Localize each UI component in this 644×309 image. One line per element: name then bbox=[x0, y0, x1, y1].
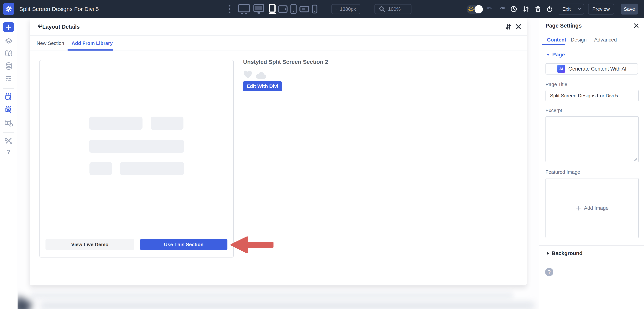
design-presets-icon bbox=[4, 49, 13, 58]
blurred-content-band bbox=[30, 292, 514, 299]
sidebar-divider bbox=[3, 132, 14, 133]
wireframe-list-icon bbox=[4, 75, 13, 82]
redo-icon[interactable] bbox=[498, 0, 506, 18]
button-label: Edit With Divi bbox=[247, 83, 278, 89]
skeleton-block bbox=[150, 117, 184, 130]
plus-icon bbox=[6, 24, 11, 30]
skeleton-block bbox=[120, 162, 184, 175]
undo-icon[interactable] bbox=[485, 0, 494, 18]
layers-icon bbox=[4, 37, 13, 45]
tab-label: Advanced bbox=[594, 37, 617, 43]
gear-icon bbox=[5, 5, 12, 13]
canvas-width-input[interactable]: 1380px bbox=[332, 4, 360, 14]
top-toolbar: Split Screen Designs For Divi 5 bbox=[0, 0, 644, 18]
section-header-background[interactable]: Background bbox=[539, 249, 644, 258]
divi-builder-app: Split Screen Designs For Divi 5 bbox=[0, 0, 644, 309]
plus-icon bbox=[576, 205, 581, 211]
sidebar-item-table-preview[interactable] bbox=[0, 119, 17, 127]
sun-icon bbox=[468, 6, 474, 12]
excerpt-label: Excerpt bbox=[546, 107, 562, 113]
phone-view-icon[interactable] bbox=[290, 0, 297, 18]
use-this-section-button[interactable]: Use This Section bbox=[140, 239, 228, 250]
page-title-label: Page Title bbox=[546, 81, 567, 87]
canvas-width-value: 1380px bbox=[340, 6, 356, 12]
desktop-view-icon[interactable] bbox=[238, 0, 251, 18]
library-item-name: Unstyled Split Screen Section 2 bbox=[243, 59, 328, 65]
tablet-landscape-view-icon[interactable] bbox=[278, 0, 288, 18]
view-live-demo-button[interactable]: View Live Demo bbox=[46, 239, 134, 250]
sidebar-item-layers[interactable] bbox=[0, 37, 17, 45]
canvas-zoom-input[interactable]: 100% bbox=[374, 4, 412, 14]
sidebar-item-insert-section[interactable] bbox=[0, 93, 17, 102]
skeleton-block bbox=[89, 117, 142, 130]
tablet-view-active-icon[interactable] bbox=[268, 0, 276, 18]
add-new-button[interactable] bbox=[3, 22, 14, 32]
tab-advanced[interactable]: Advanced bbox=[594, 35, 617, 45]
divi-logo-gear-button[interactable] bbox=[3, 3, 14, 15]
chevron-down-icon bbox=[546, 54, 550, 56]
sidebar-item-help[interactable]: ? bbox=[0, 148, 17, 156]
chevron-right-icon bbox=[547, 252, 549, 255]
excerpt-textarea[interactable] bbox=[546, 116, 639, 162]
sidebar-item-wireframe[interactable] bbox=[0, 75, 17, 82]
tools-icon bbox=[4, 137, 13, 145]
save-label: Save bbox=[624, 6, 635, 12]
page-title: Split Screen Designs For Divi 5 bbox=[19, 0, 99, 18]
more-options-kebab-icon[interactable] bbox=[227, 0, 232, 18]
portability-power-icon[interactable] bbox=[546, 0, 554, 18]
trash-icon[interactable] bbox=[534, 0, 542, 18]
magnifier-icon bbox=[378, 6, 386, 12]
modal-close-button[interactable] bbox=[515, 18, 522, 35]
tab-label: New Section bbox=[36, 40, 64, 46]
layout-details-modal: Layout Details New Section Add From Libr… bbox=[30, 18, 526, 286]
tab-label: Content bbox=[547, 37, 566, 43]
button-label: Generate Content With AI bbox=[568, 66, 626, 72]
theme-toggle[interactable] bbox=[466, 5, 483, 14]
history-clock-icon[interactable] bbox=[510, 0, 518, 18]
phone-small-view-icon[interactable] bbox=[312, 0, 318, 18]
canvas-zoom-value: 100% bbox=[388, 6, 401, 12]
active-tab-underline bbox=[68, 49, 114, 50]
table-preview-eye-icon bbox=[4, 119, 13, 127]
desktop-alt-view-icon[interactable] bbox=[253, 0, 264, 18]
sort-arrows-icon bbox=[504, 23, 512, 31]
tab-design[interactable]: Design bbox=[571, 35, 586, 45]
panel-close-button[interactable] bbox=[633, 23, 639, 29]
sidebar-item-database[interactable] bbox=[0, 62, 17, 70]
button-label: Use This Section bbox=[164, 242, 204, 248]
close-icon bbox=[515, 23, 522, 30]
question-mark-icon: ? bbox=[548, 269, 551, 275]
save-button[interactable]: Save bbox=[621, 3, 638, 14]
add-image-label: Add Image bbox=[584, 205, 609, 211]
phone-landscape-view-icon[interactable] bbox=[299, 0, 310, 18]
chevron-down-icon[interactable] bbox=[575, 8, 584, 10]
page-title-input[interactable] bbox=[546, 90, 639, 101]
layout-preview-card: View Live Demo Use This Section bbox=[40, 60, 234, 258]
section-header-page[interactable]: Page bbox=[539, 50, 644, 59]
help-button[interactable]: ? bbox=[545, 268, 554, 276]
tab-add-from-library[interactable]: Add From Library bbox=[72, 36, 113, 50]
page-settings-panel: Page Settings Content Design Advanced Pa… bbox=[539, 18, 644, 309]
exit-button[interactable]: Exit bbox=[558, 3, 584, 14]
tab-new-section[interactable]: New Section bbox=[36, 36, 64, 50]
tab-content[interactable]: Content bbox=[547, 35, 566, 45]
sidebar-item-presets[interactable] bbox=[0, 49, 17, 58]
sort-arrows-icon[interactable] bbox=[522, 0, 530, 18]
skeleton-block bbox=[90, 162, 112, 175]
modal-header: Layout Details bbox=[30, 18, 526, 36]
add-image-dropzone[interactable]: Add Image bbox=[546, 178, 639, 238]
panel-title: Page Settings bbox=[546, 23, 582, 29]
generate-content-ai-button[interactable]: AI Generate Content With AI bbox=[546, 63, 638, 74]
modal-sort-button[interactable] bbox=[504, 18, 512, 35]
sidebar-item-insert-row[interactable] bbox=[0, 105, 17, 114]
divi-ai-icon: AI bbox=[557, 65, 565, 73]
favorite-heart-icon[interactable] bbox=[244, 70, 252, 79]
builder-sidebar: ? bbox=[0, 18, 17, 309]
preview-button[interactable]: Preview bbox=[588, 3, 614, 14]
blurred-content-shape bbox=[18, 296, 33, 309]
database-icon bbox=[4, 62, 13, 70]
modal-title: Layout Details bbox=[42, 18, 80, 35]
modal-tab-bar: New Section Add From Library bbox=[30, 36, 526, 51]
edit-with-divi-button[interactable]: Edit With Divi bbox=[243, 81, 282, 91]
sidebar-item-tools[interactable] bbox=[0, 137, 17, 145]
